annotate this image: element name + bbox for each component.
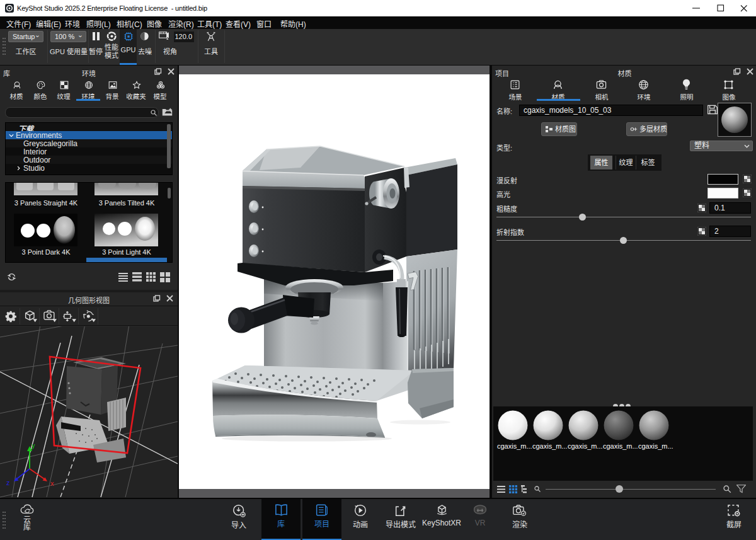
svg-text:y: y <box>32 442 35 449</box>
svg-text:z: z <box>6 479 10 486</box>
svg-text:x: x <box>50 480 54 487</box>
